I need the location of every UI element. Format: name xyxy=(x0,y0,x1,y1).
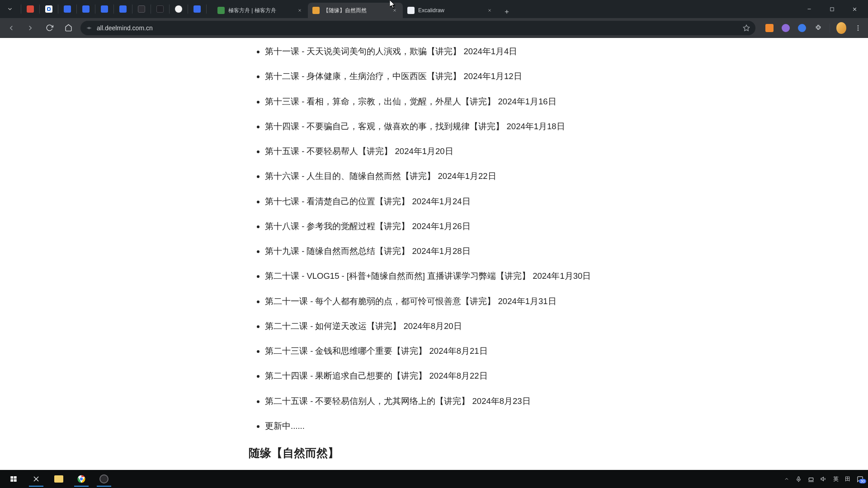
lesson-item[interactable]: 第十七课 - 看清楚自己的位置【讲完】 2024年1月24日 xyxy=(265,195,868,208)
extension-icon-2[interactable] xyxy=(781,23,791,33)
lesson-item[interactable]: 第十六课 - 人生目的、随缘自然而然【讲完】 2024年1月22日 xyxy=(265,170,868,183)
extension-icon-1[interactable] xyxy=(764,23,774,33)
pinned-app-icon-8[interactable] xyxy=(156,5,165,14)
tray-ime-mode[interactable]: 田 xyxy=(845,475,850,483)
tray-ime-lang[interactable]: 英 xyxy=(833,475,839,483)
lesson-link-text: 第二十四课 - 果断追求自己想要的【讲完】 2024年8月22日 xyxy=(265,371,488,380)
window-close-button[interactable] xyxy=(844,2,864,16)
taskbar-app-explorer[interactable] xyxy=(50,471,68,487)
lesson-item[interactable]: 更新中...... xyxy=(265,420,868,432)
lesson-link-text: 第十三课 - 看相，算命，宗教，出仙，觉醒，外星人【讲完】 2024年1月16日 xyxy=(265,97,557,106)
close-tab-icon[interactable] xyxy=(486,7,493,14)
separator xyxy=(206,5,207,14)
lesson-item[interactable]: 第二十三课 - 金钱和思维哪个重要【讲完】 2024年8月21日 xyxy=(265,345,868,357)
pinned-app-icon-4[interactable] xyxy=(81,5,90,14)
separator xyxy=(188,5,188,14)
tray-microphone-icon[interactable] xyxy=(796,476,802,482)
tab-title: 極客方舟 | 極客方舟 xyxy=(228,7,292,14)
address-bar[interactable]: all.deelmind.com.cn xyxy=(80,21,755,35)
maximize-button[interactable] xyxy=(822,2,842,16)
lesson-link-text: 更新中...... xyxy=(265,421,305,431)
lesson-item[interactable]: 第十八课 - 参考我的觉醒过程【讲完】 2024年1月26日 xyxy=(265,220,868,233)
new-tab-button[interactable] xyxy=(500,5,513,18)
lesson-item[interactable]: 第十三课 - 看相，算命，宗教，出仙，觉醒，外星人【讲完】 2024年1月16日 xyxy=(265,95,868,108)
tab-favicon xyxy=(312,7,320,14)
tray-network-icon[interactable] xyxy=(808,476,814,482)
pinned-app-icon-6[interactable] xyxy=(118,5,127,14)
course-list-section: 第十一课 - 天天说美词美句的人演戏，欺骗【讲完】 2024年1月4日第十二课 … xyxy=(249,38,868,462)
separator xyxy=(39,5,40,14)
browser-tab-0[interactable]: 極客方舟 | 極客方舟 xyxy=(213,3,308,18)
lesson-item[interactable]: 第二十课 - VLOG15 - [科普+随缘自然而然] 直播讲课学习弊端【讲完】… xyxy=(265,270,868,282)
lesson-item[interactable]: 第十二课 - 身体健康，生病治疗，中医西医【讲完】 2024年1月12日 xyxy=(265,70,868,83)
page-viewport[interactable]: 第十一课 - 天天说美词美句的人演戏，欺骗【讲完】 2024年1月4日第十二课 … xyxy=(0,38,868,470)
site-info-icon[interactable] xyxy=(86,25,92,31)
home-button[interactable] xyxy=(61,21,75,35)
ime-mode-label: 田 xyxy=(845,475,850,483)
svg-rect-29 xyxy=(809,478,813,481)
windows-taskbar: 英 田 30 xyxy=(0,470,868,488)
taskbar-app-obs[interactable] xyxy=(95,471,113,487)
svg-rect-22 xyxy=(14,479,17,482)
lesson-item[interactable]: 第十四课 - 不要骗自己，客观，做喜欢的事，找到规律【讲完】 2024年1月18… xyxy=(265,120,868,133)
reload-button[interactable] xyxy=(42,21,56,35)
pinned-app-icon-7[interactable] xyxy=(137,5,146,14)
pinned-app-icon-3[interactable] xyxy=(63,5,72,14)
tab-search-dropdown-icon[interactable] xyxy=(4,3,16,15)
tray-chevron-icon[interactable] xyxy=(784,476,789,482)
pinned-app-icon-5[interactable] xyxy=(100,5,109,14)
close-tab-icon[interactable] xyxy=(296,7,303,14)
browser-tab-2[interactable]: Excalidraw xyxy=(403,3,498,18)
tab-favicon xyxy=(407,7,415,14)
pinned-app-icon-1[interactable] xyxy=(26,5,35,14)
svg-rect-21 xyxy=(10,479,13,482)
pinned-app-icon-2[interactable] xyxy=(44,5,53,14)
extension-icon-3[interactable] xyxy=(797,23,807,33)
lesson-link-text: 第二十一课 - 每个人都有脆弱的点，都可怜可恨善意【讲完】 2024年1月31日 xyxy=(265,296,557,306)
back-button[interactable] xyxy=(5,21,18,35)
lesson-link-text: 第二十课 - VLOG15 - [科普+随缘自然而然] 直播讲课学习弊端【讲完】… xyxy=(265,271,591,281)
separator xyxy=(169,5,170,14)
taskbar-app-chrome[interactable] xyxy=(72,471,90,487)
lesson-item[interactable]: 第十五课 - 不要轻易帮人【讲完】 2024年1月20日 xyxy=(265,145,868,158)
lesson-link-text: 第二十五课 - 不要轻易信别人，尤其网络上的【讲完】 2024年8月23日 xyxy=(265,396,531,406)
chrome-menu-icon[interactable] xyxy=(853,23,863,33)
tab-strip: 極客方舟 | 極客方舟 【随缘】自然而然 Excalidraw xyxy=(213,0,513,18)
lesson-item[interactable]: 第十九课 - 随缘自然而然总结【讲完】 2024年1月28日 xyxy=(265,245,868,258)
tray-notifications-icon[interactable]: 30 xyxy=(857,476,863,483)
mouse-cursor-icon xyxy=(390,0,397,11)
svg-point-12 xyxy=(88,27,90,29)
start-button[interactable] xyxy=(5,471,23,487)
profile-avatar[interactable] xyxy=(836,23,846,33)
lesson-link-text: 第十六课 - 人生目的、随缘自然而然【讲完】 2024年1月22日 xyxy=(265,171,496,181)
svg-point-26 xyxy=(80,478,83,481)
taskbar-app-vscode[interactable] xyxy=(27,471,45,487)
bookmark-star-icon[interactable] xyxy=(743,24,750,32)
pinned-app-icon-10[interactable] xyxy=(193,5,202,14)
tab-title: Excalidraw xyxy=(418,7,482,14)
browser-titlebar: 極客方舟 | 極客方舟 【随缘】自然而然 Excalidraw xyxy=(0,0,868,18)
extensions-puzzle-icon[interactable] xyxy=(813,23,823,33)
forward-button[interactable] xyxy=(24,21,37,35)
pinned-app-icon-9[interactable] xyxy=(174,5,183,14)
svg-point-17 xyxy=(858,27,859,28)
browser-tab-1[interactable]: 【随缘】自然而然 xyxy=(308,3,403,18)
notification-badge: 30 xyxy=(859,479,866,483)
svg-rect-9 xyxy=(830,7,833,10)
separator xyxy=(76,5,77,14)
lesson-item[interactable]: 第二十四课 - 果断追求自己想要的【讲完】 2024年8月22日 xyxy=(265,370,868,382)
separator xyxy=(151,5,151,14)
tray-volume-icon[interactable] xyxy=(821,476,827,482)
minimize-button[interactable] xyxy=(799,2,819,16)
lesson-link-text: 第十五课 - 不要轻易帮人【讲完】 2024年1月20日 xyxy=(265,146,453,156)
window-controls xyxy=(799,2,864,16)
svg-rect-27 xyxy=(798,477,799,480)
lesson-link-text: 第二十三课 - 金钱和思维哪个重要【讲完】 2024年8月21日 xyxy=(265,346,488,356)
lesson-list: 第十一课 - 天天说美词美句的人演戏，欺骗【讲完】 2024年1月4日第十二课 … xyxy=(249,45,868,432)
lesson-item[interactable]: 第十一课 - 天天说美词美句的人演戏，欺骗【讲完】 2024年1月4日 xyxy=(265,45,868,58)
lesson-item[interactable]: 第二十五课 - 不要轻易信别人，尤其网络上的【讲完】 2024年8月23日 xyxy=(265,395,868,408)
lesson-link-text: 第十九课 - 随缘自然而然总结【讲完】 2024年1月28日 xyxy=(265,246,471,256)
lesson-item[interactable]: 第二十一课 - 每个人都有脆弱的点，都可怜可恨善意【讲完】 2024年1月31日 xyxy=(265,295,868,308)
lesson-item[interactable]: 第二十二课 - 如何逆天改运【讲完】 2024年8月20日 xyxy=(265,320,868,333)
lesson-link-text: 第十二课 - 身体健康，生病治疗，中医西医【讲完】 2024年1月12日 xyxy=(265,71,522,81)
